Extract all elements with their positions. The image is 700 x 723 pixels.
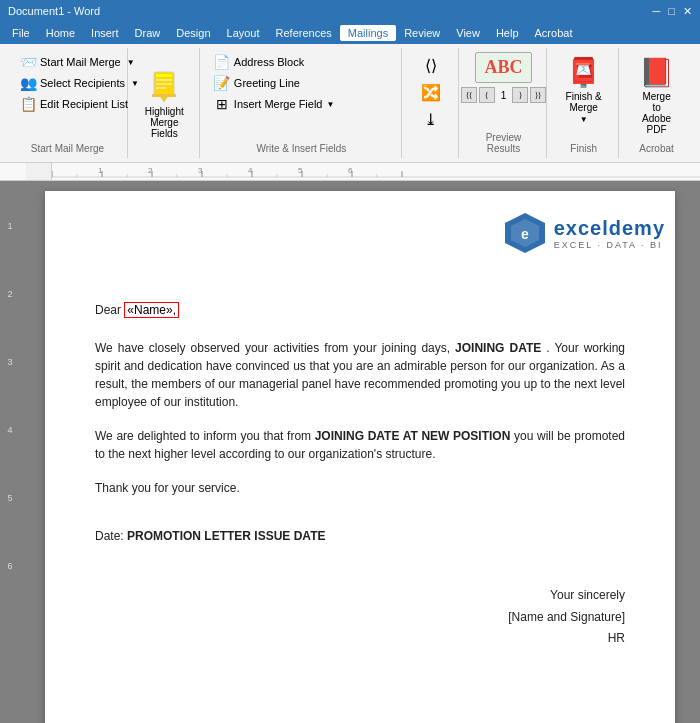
greeting-line-button[interactable]: 📝 Greeting Line [210,73,393,93]
exceldemy-icon: e [503,211,548,256]
preview-results-icon-area: ABC ⟨⟨ ⟨ 1 ⟩ ⟩⟩ [461,52,547,103]
thank-you-text: Thank you for your service. [95,481,240,495]
abc-preview: ABC [475,52,531,83]
nav-page-num: 1 [497,87,511,103]
edit-recipient-list-label: Edit Recipient List [40,98,128,110]
greeting-line-icon: 📝 [214,75,230,91]
abc-icon: ABC [484,57,522,77]
highlight-group[interactable]: HighlightMerge Fields [130,48,200,158]
edit-list-icon: 📋 [20,96,36,112]
document-area: 1 2 3 4 5 6 e exceldemy EXCEL · DATA · B… [0,181,700,723]
write-insert-group: 📄 Address Block 📝 Greeting Line ⊞ Insert… [202,48,402,158]
nav-last-button[interactable]: ⟩⟩ [530,87,546,103]
extra-icons-group: ⟨⟩ 🔀 ⤓ [404,48,459,158]
dear-line: Dear «Name», [95,301,625,319]
nav-first-button[interactable]: ⟨⟨ [461,87,477,103]
highlight-merge-fields-icon [146,68,182,104]
hr-line: HR [95,628,625,650]
ruler-svg: 1 2 3 4 5 6 [52,163,700,181]
ruler-mark-1: 1 [7,221,12,231]
para1-start: We have closely observed your activities… [95,341,455,355]
svg-text:3: 3 [198,166,203,175]
name-merge-field: «Name», [124,302,179,318]
svg-text:1: 1 [98,166,103,175]
adobe-pdf-icon: 📕 [639,56,674,89]
svg-text:e: e [521,226,529,242]
menu-view[interactable]: View [448,25,488,41]
select-recipients-button[interactable]: 👥 Select Recipients ▼ [16,73,119,93]
nav-next-button[interactable]: ⟩ [512,87,528,103]
finish-group: 📮 Finish &Merge ▼ Finish [549,48,619,158]
svg-rect-4 [156,87,166,89]
nav-arrows: ⟨⟨ ⟨ 1 ⟩ ⟩⟩ [461,87,547,103]
write-insert-buttons: 📄 Address Block 📝 Greeting Line ⊞ Insert… [210,52,393,114]
nav-prev-button[interactable]: ⟨ [479,87,495,103]
acrobat-group: 📕 Merge toAdobe PDF Acrobat [621,48,692,158]
date-line: Date: PROMOTION LETTER ISSUE DATE [95,527,625,545]
maximize-button[interactable]: □ [668,5,675,18]
title-bar-text: Document1 - Word [8,5,100,17]
exceldemy-logo: e exceldemy EXCEL · DATA · BI [503,211,665,256]
svg-rect-6 [152,94,176,97]
start-mail-merge-button[interactable]: 📨 Start Mail Merge ▼ [16,52,119,72]
finish-merge-button[interactable]: 📮 Finish &Merge ▼ [558,52,610,128]
para2-start: We are delighted to inform you that from [95,429,315,443]
address-block-icon: 📄 [214,54,230,70]
para1-joining-date: JOINING DATE [455,341,541,355]
close-button[interactable]: ✕ [683,5,692,18]
date-label: Date: [95,529,127,543]
menu-home[interactable]: Home [38,25,83,41]
ruler-mark-5: 5 [7,493,12,503]
extra-icon-2[interactable]: 🔀 [406,79,456,106]
paragraph-1: We have closely observed your activities… [95,339,625,411]
select-recipients-label: Select Recipients [40,77,125,89]
menu-references[interactable]: References [268,25,340,41]
insert-merge-field-label: Insert Merge Field [234,98,323,110]
svg-rect-2 [156,79,172,81]
preview-results-label: Preview Results [469,128,538,154]
extra-icon-1[interactable]: ⟨⟩ [406,52,456,79]
name-signature-line: [Name and Signature] [95,607,625,629]
ruler-mark-2: 2 [7,289,12,299]
acrobat-group-label: Acrobat [639,139,673,154]
merge-adobe-pdf-label: Merge toAdobe PDF [637,91,676,135]
ribbon: 📨 Start Mail Merge ▼ 👥 Select Recipients… [0,44,700,163]
title-bar: Document1 - Word ─ □ ✕ [0,0,700,22]
merge-adobe-pdf-button[interactable]: 📕 Merge toAdobe PDF [629,52,684,139]
insert-merge-field-button[interactable]: ⊞ Insert Merge Field ▼ [210,94,393,114]
paragraph-2: We are delighted to inform you that from… [95,427,625,463]
finish-merge-arrow: ▼ [580,115,588,124]
ruler-marks: 1 2 3 4 5 6 [7,191,12,571]
start-mail-merge-label: Start Mail Merge [40,56,121,68]
menu-draw[interactable]: Draw [127,25,169,41]
write-insert-group-label: Write & Insert Fields [210,139,393,154]
dear-text: Dear [95,303,121,317]
highlight-icon-area: HighlightMerge Fields [136,52,193,154]
minimize-button[interactable]: ─ [653,5,661,18]
menu-file[interactable]: File [4,25,38,41]
ruler-mark-6: 6 [7,561,12,571]
menu-mailings[interactable]: Mailings [340,25,396,41]
menu-design[interactable]: Design [168,25,218,41]
start-mail-merge-group-label: Start Mail Merge [31,139,104,154]
recipients-icon: 👥 [20,75,36,91]
menu-review[interactable]: Review [396,25,448,41]
menu-acrobat[interactable]: Acrobat [527,25,581,41]
sincerely-line: Your sincerely [95,585,625,607]
ribbon-group-start-mail-merge: 📨 Start Mail Merge ▼ 👥 Select Recipients… [8,48,128,158]
svg-rect-3 [156,83,172,85]
date-value: PROMOTION LETTER ISSUE DATE [127,529,325,543]
edit-recipient-list-button[interactable]: 📋 Edit Recipient List [16,94,119,114]
address-block-button[interactable]: 📄 Address Block [210,52,393,72]
logo-main-text: exceldemy [554,217,665,240]
insert-merge-field-icon: ⊞ [214,96,230,112]
greeting-line-label: Greeting Line [234,77,300,89]
page[interactable]: e exceldemy EXCEL · DATA · BI Dear «Name… [45,191,675,723]
menu-help[interactable]: Help [488,25,527,41]
finish-group-label: Finish [570,139,597,154]
menu-layout[interactable]: Layout [219,25,268,41]
menu-insert[interactable]: Insert [83,25,127,41]
extra-icon-3[interactable]: ⤓ [406,106,456,133]
letter-content: Dear «Name», We have closely observed yo… [95,301,625,650]
finish-merge-label: Finish &Merge [566,91,602,113]
